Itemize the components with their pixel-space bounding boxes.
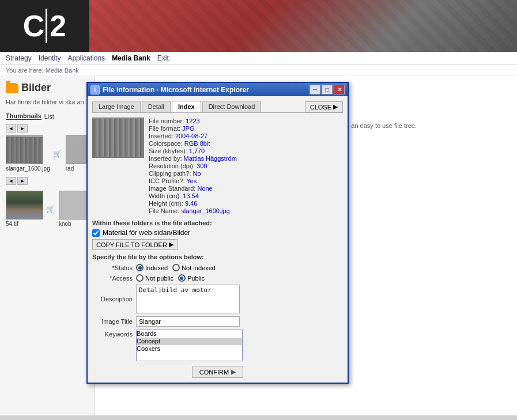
desc-label: Description: [92, 296, 133, 302]
info-inserted-label: Inserted:: [149, 133, 173, 139]
banner-image: [89, 0, 517, 52]
info-colorspace-label: Colorspace:: [149, 140, 183, 147]
info-size: Size (kbytes): 1,770: [149, 147, 237, 154]
dialog-tabs-row: Large Image Detail Index Direct Download…: [92, 101, 343, 113]
dialog-tabs: Large Image Detail Index Direct Download: [92, 101, 261, 112]
info-insertedby-value: Mattias Häggström: [184, 155, 237, 162]
top-banner: C 2: [0, 0, 517, 52]
access-notpublic-radio[interactable]: [136, 274, 144, 282]
folder-checkbox-row: Material för web-sidan/Bilder: [92, 229, 343, 237]
confirm-button[interactable]: CONFIRM ▶: [192, 366, 243, 378]
dialog-title-left: i File Information - Microsoft Internet …: [90, 85, 249, 94]
dialog-titlebar: i File Information - Microsoft Internet …: [88, 83, 348, 96]
keyword-boards[interactable]: Boards: [137, 330, 242, 338]
info-insertedby: Inserted by: Mattias Häggström: [149, 155, 237, 162]
image-title-row: Image Title: [92, 316, 343, 327]
info-number: File number: 1223: [149, 118, 237, 124]
nav-applications[interactable]: Applications: [67, 54, 105, 62]
info-inserted: Inserted: 2004-08-27: [149, 133, 237, 139]
status-radio-group: Indexed Not indexed: [136, 264, 216, 271]
file-info: File number: 1223 File format: JPG Inser…: [149, 118, 237, 215]
info-format-value: JPG: [182, 125, 194, 132]
dialog-close-btn[interactable]: ✕: [334, 85, 345, 94]
keywords-select[interactable]: Boards Concept Cookers: [136, 330, 243, 361]
navbar: Strategy Identity Applications Media Ban…: [0, 52, 517, 65]
nav-identity[interactable]: Identity: [39, 54, 61, 62]
info-colorspace: Colorspace: RGB 8bit: [149, 140, 237, 147]
info-colorspace-value: RGB 8bit: [184, 140, 210, 147]
modal-overlay: i File Information - Microsoft Internet …: [0, 76, 517, 415]
breadcrumb-prefix: You are here:: [6, 67, 44, 74]
info-clipping-label: Clipping path?:: [149, 170, 191, 177]
info-standard-value: None: [197, 185, 212, 192]
close-button[interactable]: CLOSE ▶: [305, 101, 343, 112]
nav-mediabank[interactable]: Media Bank: [112, 54, 150, 62]
folder-name: Material för web-sidan/Bilder: [103, 229, 190, 237]
access-radio-group: Not public Public: [136, 274, 205, 282]
status-notindexed-option[interactable]: Not indexed: [172, 264, 216, 271]
close-btn-area: CLOSE ▶: [305, 101, 343, 112]
info-width-label: Width (cm):: [149, 192, 181, 199]
copy-btn-arrow: ▶: [169, 241, 173, 248]
logo-divider: [46, 9, 47, 43]
info-format: File format: JPG: [149, 125, 237, 132]
specify-header: Specify the file by the options below:: [92, 253, 343, 260]
access-public-radio[interactable]: [178, 274, 186, 282]
info-height: Height (cm): 9.46: [149, 200, 237, 207]
info-icc-label: ICC Profile?:: [149, 177, 184, 184]
keyword-concept[interactable]: Concept: [137, 338, 242, 345]
info-filename-label: File Name:: [149, 207, 179, 214]
dialog-minimize[interactable]: ─: [310, 85, 320, 94]
confirm-btn-row: CONFIRM ▶: [92, 366, 343, 378]
info-resolution: Resolution (dpi): 300: [149, 162, 237, 169]
nav-exit[interactable]: Exit: [157, 54, 169, 62]
keywords-label: Keywords: [92, 331, 133, 338]
dialog-maximize[interactable]: □: [322, 85, 333, 94]
status-notindexed-label: Not indexed: [182, 264, 216, 271]
folders-header: Within these folders is the file attache…: [92, 220, 343, 226]
image-title-input[interactable]: [136, 316, 240, 327]
info-clipping-value: No: [193, 170, 201, 177]
info-icc-value: Yes: [186, 177, 197, 184]
dtab-large-image[interactable]: Large Image: [92, 101, 141, 112]
breadcrumb-path[interactable]: Media Bank: [46, 67, 79, 74]
status-row: *Status Indexed Not indexed: [92, 264, 343, 271]
close-label: CLOSE: [310, 104, 331, 111]
status-notindexed-radio[interactable]: [172, 264, 180, 271]
image-title-label: Image Title: [92, 318, 133, 325]
access-notpublic-option[interactable]: Not public: [136, 274, 173, 282]
main-area: Bilder Här finns de bilder vi ska an Thu…: [0, 76, 517, 415]
copy-btn-label: COPY FILE TO FOLDER: [96, 241, 167, 248]
info-number-value: 1223: [186, 118, 199, 124]
info-width: Width (cm): 13.54: [149, 192, 237, 199]
info-width-value: 13.54: [183, 192, 199, 199]
copy-to-folder-button[interactable]: COPY FILE TO FOLDER ▶: [92, 239, 178, 250]
status-indexed-radio[interactable]: [136, 264, 144, 271]
info-inserted-value: 2004-08-27: [175, 133, 207, 139]
keywords-row: Keywords Boards Concept Cookers: [92, 330, 343, 361]
info-clipping: Clipping path?: No: [149, 170, 237, 177]
dialog-title-text: File Information - Microsoft Internet Ex…: [103, 86, 249, 94]
dtab-index[interactable]: Index: [172, 101, 201, 112]
info-size-value: 1,770: [189, 147, 205, 154]
logo-c: C: [23, 9, 44, 43]
dialog-content: File number: 1223 File format: JPG Inser…: [92, 118, 343, 215]
info-resolution-label: Resolution (dpi):: [149, 162, 195, 169]
logo-2: 2: [50, 9, 66, 43]
info-resolution-value: 300: [197, 162, 207, 169]
access-public-option[interactable]: Public: [178, 274, 205, 282]
status-label: *Status: [92, 264, 133, 271]
logo: C 2: [0, 0, 89, 52]
folder-checkbox[interactable]: [92, 229, 100, 237]
confirm-label: CONFIRM: [199, 369, 229, 376]
nav-strategy[interactable]: Strategy: [6, 54, 32, 62]
desc-row: Description Detaljbild av motor: [92, 285, 343, 313]
dtab-direct-download[interactable]: Direct Download: [202, 101, 262, 112]
dtab-detail[interactable]: Detail: [142, 101, 171, 112]
desc-textarea[interactable]: Detaljbild av motor: [136, 285, 240, 313]
access-row: *Access Not public Public: [92, 274, 343, 282]
breadcrumb: You are here: Media Bank: [0, 65, 517, 76]
file-info-dialog: i File Information - Microsoft Internet …: [86, 82, 349, 384]
keyword-cookers[interactable]: Cookers: [137, 345, 242, 353]
status-indexed-option[interactable]: Indexed: [136, 264, 168, 271]
